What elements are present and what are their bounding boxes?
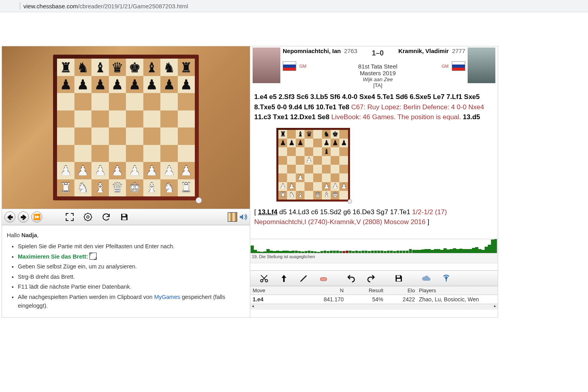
russia-flag-icon	[283, 61, 296, 71]
svg-point-0	[84, 213, 91, 221]
book-annotation: LiveBook: 46 Games. The position is equa…	[331, 113, 461, 121]
diagram-board: ♜♝♛♞♚♟♟♟♟♟♟♝♟♟♟♟♟♟♟♜♞♝♛♝♚	[278, 130, 348, 200]
pen-icon[interactable]	[299, 273, 309, 284]
black-title: GM	[441, 64, 449, 69]
nav-fastforward-button[interactable]: ⏩	[31, 211, 42, 223]
browser-url-bar: view.chessbase.com/cbreader/2019/1/21/Ga…	[0, 0, 588, 12]
right-pane: Nepomniachtchi, Ian 2763 GM 1–0 81st Tat…	[250, 46, 498, 317]
save-icon[interactable]	[119, 212, 129, 222]
sound-icon[interactable]	[239, 213, 247, 221]
broadcast-icon[interactable]	[441, 273, 451, 284]
svg-rect-7	[397, 276, 400, 278]
maximize-icon[interactable]	[89, 253, 97, 260]
mini-board-icon[interactable]	[228, 212, 237, 222]
game-result: 1–0	[357, 49, 398, 57]
diagram: ♜♝♛♞♚♟♟♟♟♟♟♝♟♟♟♟♟♟♟♜♞♝♛♝♚	[276, 128, 350, 202]
event-location: Wijk aan Zee	[357, 76, 398, 82]
svg-point-1	[87, 216, 89, 218]
mainline-moves[interactable]: 11.c3 Txe1 12.Dxe1 Se8	[254, 113, 329, 121]
svg-rect-3	[122, 217, 126, 220]
hint-item: Spielen Sie die Partie mit den vier Pfei…	[18, 242, 245, 251]
cloud-icon[interactable]	[421, 273, 432, 284]
col-players[interactable]: Players	[419, 287, 495, 293]
nav-back-button[interactable]: 🡸	[4, 211, 15, 223]
annotator: [TA]	[357, 82, 398, 88]
russia-flag-icon	[452, 61, 465, 71]
white-title: GM	[299, 64, 306, 69]
svg-rect-8	[397, 279, 401, 281]
url-path: /cbreader/2019/1/21/Game25087203.html	[78, 3, 188, 10]
mainline-moves[interactable]: 13.d5	[463, 113, 480, 121]
black-player-photo	[468, 48, 495, 83]
eval-graph[interactable]	[250, 239, 498, 253]
svg-rect-6	[320, 278, 327, 281]
notation-panel[interactable]: 1.e4 e5 2.Sf3 Sc6 3.Lb5 Sf6 4.0-0 Sxe4 5…	[250, 89, 498, 239]
variation[interactable]: [ 13.Lf4 d5 14.Ld3 c6 15.Sd2 g6 16.De3 S…	[254, 208, 447, 226]
svg-point-9	[446, 278, 447, 279]
fullscreen-icon[interactable]	[65, 212, 75, 222]
event-name: 81st Tata Steel Masters 2019	[357, 63, 398, 76]
redo-icon[interactable]	[366, 273, 376, 284]
save-icon[interactable]	[394, 273, 404, 284]
hint-item: F11 lädt die nächste Partie einer Datenb…	[18, 282, 245, 291]
board-frame: ♜♞♝♛♚♝♞♜♟♟♟♟♟♟♟♟♟♟♟♟♟♟♟♟♜♞♝♛♚♝♞♜	[53, 55, 199, 200]
hint-panel: Hallo Nadja, Spielen Sie die Partie mit …	[2, 225, 250, 317]
promote-icon[interactable]	[279, 273, 289, 284]
hint-item: Strg-B dreht das Brett.	[18, 272, 245, 281]
white-player-photo	[253, 48, 280, 83]
board-area: ♜♞♝♛♚♝♞♜♟♟♟♟♟♟♟♟♟♟♟♟♟♟♟♟♜♞♝♛♚♝♞♜	[2, 46, 250, 209]
url-text: view.chessbase.com/cbreader/2019/1/21/Ga…	[23, 3, 188, 10]
book-table-header: Move N Result Elo Players	[250, 286, 498, 295]
url-host: view.chessbase.com	[23, 3, 78, 10]
nav-forward-button[interactable]: 🡺	[18, 211, 29, 223]
engine-icon[interactable]	[83, 212, 93, 222]
col-n[interactable]: N	[292, 287, 356, 293]
cut-icon[interactable]	[259, 273, 269, 284]
eco-annotation: C67: Ruy Lopez: Berlin Defence: 4 0-0 Nx…	[351, 103, 484, 111]
refresh-icon[interactable]	[101, 212, 111, 222]
game-header: Nepomniachtchi, Ian 2763 GM 1–0 81st Tat…	[250, 46, 498, 89]
app-container: ♜♞♝♛♚♝♞♜♟♟♟♟♟♟♟♟♟♟♟♟♟♟♟♟♜♞♝♛♚♝♞♜ 🡸 🡺 ⏩ H…	[2, 46, 498, 318]
black-player-name: Kramnik, Vladimir	[398, 48, 449, 54]
mygames-link[interactable]: MyGames	[154, 294, 180, 300]
chess-board[interactable]: ♜♞♝♛♚♝♞♜♟♟♟♟♟♟♟♟♟♟♟♟♟♟♟♟♜♞♝♛♚♝♞♜	[57, 59, 195, 196]
horizontal-scrollbar[interactable]	[250, 304, 498, 310]
left-toolbar: 🡸 🡺 ⏩	[2, 209, 250, 225]
hint-item: Geben Sie selbst Züge ein, um zu analysi…	[18, 262, 245, 271]
greeting-text: Hallo Nadja,	[7, 232, 39, 238]
black-player-rating: 2777	[452, 48, 465, 54]
hint-item: Alle nachgespielten Partien werden im Cl…	[18, 293, 245, 310]
engine-status: 19, Die Stellung ist ausgeglichen	[250, 253, 498, 263]
col-elo[interactable]: Elo	[387, 287, 419, 293]
book-table-row[interactable]: 1.e4 841.170 54% 2422 Zhao, Lu, Bosiocic…	[250, 295, 498, 304]
col-move[interactable]: Move	[253, 287, 292, 293]
right-toolbar	[250, 270, 498, 286]
left-pane: ♜♞♝♛♚♝♞♜♟♟♟♟♟♟♟♟♟♟♟♟♟♟♟♟♜♞♝♛♚♝♞♜ 🡸 🡺 ⏩ H…	[2, 46, 250, 317]
eraser-icon[interactable]	[318, 273, 329, 284]
undo-icon[interactable]	[346, 273, 356, 284]
svg-rect-2	[122, 214, 126, 216]
hint-item-maximize: Maximieren Sie das Brett:	[18, 252, 245, 261]
col-result[interactable]: Result	[356, 287, 387, 293]
white-player-rating: 2763	[344, 48, 357, 54]
white-player-name: Nepomniachtchi, Ian	[283, 48, 341, 54]
